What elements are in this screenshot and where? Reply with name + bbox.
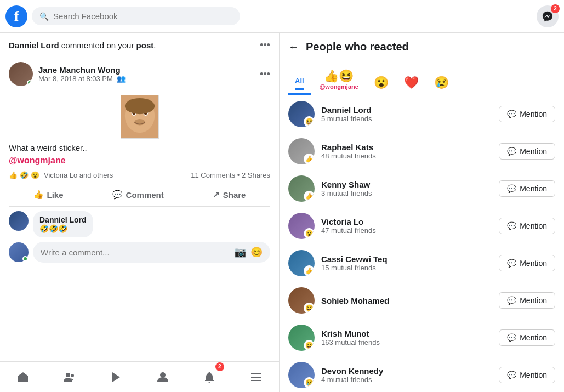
comment-body: 🤣🤣🤣: [39, 224, 87, 233]
mention-button[interactable]: 💬 Mention: [499, 255, 555, 271]
mention-button[interactable]: 💬 Mention: [499, 106, 555, 122]
comment-item: Danniel Lord 🤣🤣🤣: [9, 211, 270, 237]
person-row[interactable]: 😆 Krish Munot 163 mutual friends 💬 Menti…: [280, 319, 564, 356]
person-avatar: 👍: [288, 250, 315, 276]
share-icon: ↗: [213, 190, 220, 200]
mention-chat-icon: 💬: [507, 184, 516, 193]
person-mutual: 3 mutual friends: [321, 189, 492, 197]
reaction-badge: 😢: [304, 377, 315, 388]
person-info: Devon Kennedy 4 mutual friends: [321, 366, 492, 384]
mention-label: Mention: [520, 296, 547, 305]
comment-input[interactable]: [41, 248, 230, 257]
messenger-button[interactable]: 2: [537, 5, 559, 27]
user-online-dot: [22, 256, 28, 262]
person-name: Devon Kennedy: [321, 366, 492, 376]
tab-sad[interactable]: 😢: [428, 72, 455, 95]
sticker-svg: [121, 95, 158, 139]
reaction-badge: 😆: [304, 303, 315, 314]
comment-button[interactable]: 💬 Comment: [101, 185, 175, 204]
person-row[interactable]: 😆 Danniel Lord 5 mutual friends 💬 Mentio…: [280, 95, 564, 133]
post-text: What a weird sticker..: [9, 143, 270, 152]
commenter-name: Danniel Lord: [9, 41, 59, 50]
nav-home[interactable]: [9, 363, 37, 391]
svg-marker-10: [112, 372, 120, 382]
mention-button[interactable]: 💬 Mention: [499, 180, 555, 197]
nav-profile[interactable]: [149, 363, 176, 391]
person-row[interactable]: 👍 Raphael Kats 48 mutual friends 💬 Menti…: [280, 133, 564, 170]
mention-label: Mention: [520, 371, 547, 379]
back-button[interactable]: ←: [288, 41, 299, 53]
reaction-badge: 👍: [304, 191, 315, 202]
mention-button[interactable]: 💬 Mention: [499, 367, 555, 383]
comment-section: Danniel Lord 🤣🤣🤣 📷 😊: [9, 207, 270, 267]
mention-label: Mention: [520, 259, 547, 268]
person-avatar: 😆: [288, 325, 315, 351]
nav-menu[interactable]: [242, 363, 270, 391]
person-mutual: 4 mutual friends: [321, 376, 492, 384]
person-row[interactable]: 😢 Devon Kennedy 4 mutual friends 💬 Menti…: [280, 356, 564, 392]
nav-watch[interactable]: [102, 363, 130, 391]
post-header: Jane Manchun Wong Mar 8, 2018 at 8:03 PM…: [9, 55, 270, 90]
nav-notifications[interactable]: 2: [196, 363, 223, 391]
mention-label: Mention: [520, 110, 547, 118]
camera-icon[interactable]: 📷: [234, 246, 246, 258]
person-info: Danniel Lord 5 mutual friends: [321, 105, 492, 123]
mention-button[interactable]: 💬 Mention: [499, 218, 555, 234]
person-name: Raphael Kats: [321, 143, 492, 152]
comment-icon: 💬: [112, 190, 123, 200]
post-author-avatar: [9, 62, 33, 86]
mention-chat-icon: 💬: [507, 296, 516, 305]
mention-button[interactable]: 💬 Mention: [499, 143, 555, 160]
more-options-button[interactable]: •••: [260, 39, 270, 51]
share-button[interactable]: ↗ Share: [202, 185, 257, 204]
tab-all[interactable]: All: [288, 73, 311, 95]
person-avatar: 😆: [288, 101, 315, 127]
reactions-row: 👍 🤣 😮 Victoria Lo and others 11 Comments…: [9, 168, 270, 183]
tab-love[interactable]: ❤️: [397, 72, 425, 95]
audience-icon: 👥: [117, 75, 126, 83]
person-info: Krish Munot 163 mutual friends: [321, 329, 492, 346]
svg-rect-13: [251, 377, 261, 378]
reaction-badge: 👍: [304, 265, 315, 276]
mention-button[interactable]: 💬 Mention: [499, 292, 555, 309]
person-mutual: 15 mutual friends: [321, 264, 492, 272]
nav-groups[interactable]: [56, 363, 83, 391]
like-icon: 👍: [33, 190, 44, 200]
person-row[interactable]: 👍 Kenny Shaw 3 mutual friends 💬 Mention: [280, 170, 564, 207]
reaction-badge: 😆: [304, 116, 315, 127]
person-row[interactable]: 👍 Cassi Cewwi Teq 15 mutual friends 💬 Me…: [280, 245, 564, 282]
search-bar[interactable]: 🔍: [32, 7, 240, 25]
comment-author: Danniel Lord: [39, 215, 87, 224]
mention-chat-icon: 💬: [507, 333, 516, 342]
notification-target: post: [136, 41, 154, 50]
reaction-names: Victoria Lo and others: [44, 171, 113, 179]
person-name: Danniel Lord: [321, 105, 492, 115]
notification-badge: 2: [215, 362, 224, 371]
tab-all-label: All: [295, 77, 304, 90]
post-more-button[interactable]: •••: [260, 69, 270, 80]
comment-input-box[interactable]: 📷 😊: [33, 242, 270, 263]
person-avatar: 👍: [288, 175, 315, 202]
post-time: Mar 8, 2018 at 8:03 PM 👥: [38, 75, 254, 83]
rp-header: ← People who reacted: [280, 33, 564, 61]
person-row[interactable]: 😮 Victoria Lo 47 mutual friends 💬 Mentio…: [280, 207, 564, 245]
reaction-badge: 😮: [304, 228, 315, 239]
person-row[interactable]: 😆 Sohieb Mohamed 💬 Mention: [280, 282, 564, 319]
search-input[interactable]: [53, 12, 232, 21]
notification-text: Danniel Lord commented on your post.: [9, 39, 156, 51]
like-button[interactable]: 👍 Like: [22, 185, 75, 204]
commenter-avatar: [9, 211, 29, 231]
mention-button[interactable]: 💬 Mention: [499, 329, 555, 346]
person-info: Victoria Lo 47 mutual friends: [321, 217, 492, 235]
reaction-emoji-3: 😮: [31, 171, 39, 179]
mention-label: Mention: [520, 221, 547, 230]
bottom-nav: 2: [0, 361, 279, 392]
person-mutual: 163 mutual friends: [321, 338, 492, 346]
person-info: Raphael Kats 48 mutual friends: [321, 143, 492, 160]
emoji-icon[interactable]: 😊: [250, 246, 263, 258]
main-content: Danniel Lord commented on your post. •••…: [0, 33, 564, 392]
tab-wongmjane[interactable]: 👍😆 @wongmjane: [313, 66, 365, 95]
post-mention[interactable]: @wongmjane: [9, 156, 66, 165]
person-info: Cassi Cewwi Teq 15 mutual friends: [321, 254, 492, 272]
tab-wow[interactable]: 😮: [367, 72, 395, 95]
